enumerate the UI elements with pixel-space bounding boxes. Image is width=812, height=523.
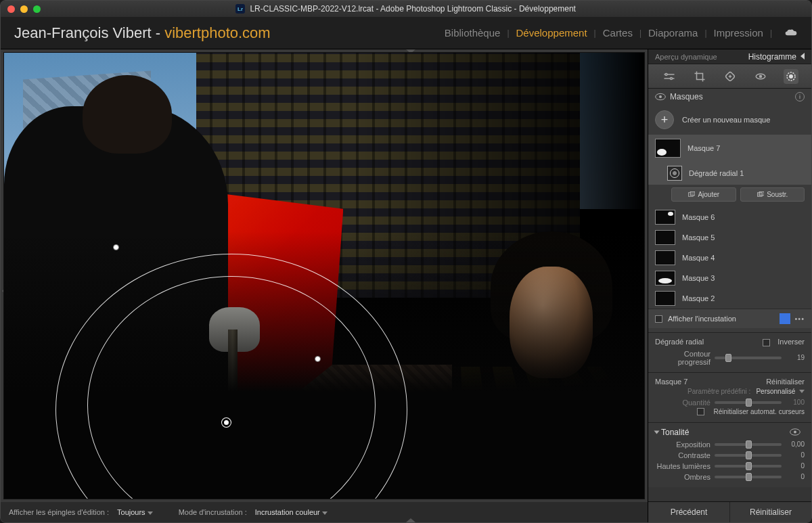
chevron-down-icon (148, 511, 153, 515)
mask-subtract-button[interactable]: Soustr. (740, 187, 805, 202)
tonality-section: Tonalité Exposition 0,00 Contraste 0 Hau… (648, 422, 811, 487)
create-mask-label: Créer un nouveau masque (682, 116, 770, 124)
contrast-slider[interactable] (715, 454, 782, 457)
cloud-sync-icon[interactable] (784, 28, 798, 38)
overlay-menu-icon[interactable]: ••• (794, 315, 805, 323)
brand-site: vibertphoto.com (164, 24, 271, 41)
masks-title: Masques (670, 92, 703, 101)
info-icon[interactable]: i (795, 92, 805, 101)
histogram-header[interactable]: Aperçu dynamique Histogramme (648, 49, 811, 64)
mask-item[interactable]: Masque 2 (648, 288, 811, 309)
overlay-mode-dropdown[interactable]: Incrustation couleur (251, 507, 332, 518)
highlights-value[interactable]: 0 (786, 462, 805, 470)
tonality-title: Tonalité (661, 428, 689, 437)
redeye-tool-icon[interactable] (753, 69, 768, 84)
masking-tool-icon[interactable] (784, 69, 798, 84)
chevron-down-icon (322, 511, 328, 515)
mask-thumb (655, 230, 675, 245)
mask-item[interactable]: Masque 4 (648, 248, 811, 268)
mask-item[interactable]: Masque 6 (648, 207, 811, 227)
shadows-value[interactable]: 0 (786, 473, 805, 480)
mask-item-selected[interactable]: Masque 7 (648, 135, 811, 162)
invert-checkbox[interactable] (763, 339, 770, 346)
svg-rect-17 (758, 193, 763, 197)
window-title-text: LR-CLASSIC-MBP-2022-V12.lrcat - Adobe Ph… (250, 4, 576, 14)
mask-thumb (655, 271, 675, 286)
mask-item[interactable]: Masque 5 (648, 227, 811, 248)
overlay-color-swatch[interactable] (780, 313, 790, 324)
overlay-checkbox[interactable] (655, 315, 662, 323)
window-title: Lr LR-CLASSIC-MBP-2022-V12.lrcat - Adobe… (41, 4, 771, 14)
amount-label: Quantité (655, 399, 710, 407)
exposure-value[interactable]: 0,00 (786, 440, 805, 448)
highlights-label: Hautes lumières (655, 462, 710, 470)
svg-point-3 (670, 77, 672, 79)
shadows-label: Ombres (655, 473, 710, 481)
previous-button[interactable]: Précédent (648, 502, 730, 522)
identity-plate: Jean-François Vibert - vibertphoto.com (14, 24, 271, 42)
mask-component-radial[interactable]: Dégradé radial 1 (648, 162, 811, 185)
tool-strip (648, 64, 811, 89)
eye-icon[interactable] (790, 428, 800, 436)
svg-point-14 (659, 95, 662, 98)
minimize-window-button[interactable] (20, 5, 28, 13)
mask-item[interactable]: Masque 3 (648, 268, 811, 288)
feather-value[interactable]: 19 (786, 354, 805, 361)
exposure-slider[interactable] (715, 443, 782, 446)
edit-pins-dropdown[interactable]: Toujours (113, 507, 157, 518)
contrast-label: Contraste (655, 451, 710, 459)
healing-tool-icon[interactable] (723, 69, 738, 84)
lightroom-icon: Lr (235, 4, 245, 14)
shadows-slider[interactable] (715, 476, 782, 478)
crop-tool-icon[interactable] (692, 69, 707, 84)
window-controls (7, 5, 41, 13)
close-window-button[interactable] (7, 5, 15, 13)
panel-footer: Précédent Réinitialiser (648, 501, 811, 522)
radial-handle-right[interactable] (315, 356, 321, 362)
contrast-value[interactable]: 0 (786, 451, 805, 459)
preset-dropdown[interactable]: Personnalisé (756, 388, 805, 395)
subtract-icon (757, 191, 764, 198)
module-library[interactable]: Bibliothèque (445, 27, 501, 39)
reset-button[interactable]: Réinitialiser (730, 502, 811, 522)
mask-reset-link[interactable]: Réinitialiser (766, 378, 805, 386)
plus-icon: + (655, 110, 674, 129)
highlights-slider[interactable] (715, 465, 782, 468)
collapse-icon (800, 53, 805, 60)
module-slideshow[interactable]: Diaporama (648, 27, 698, 39)
overlay-toggle-row: Afficher l'incrustation ••• (648, 309, 811, 328)
module-print[interactable]: Impression (714, 27, 763, 39)
mask-add-button[interactable]: Ajouter (671, 187, 736, 202)
mask-name: Masque 7 (687, 144, 720, 152)
mask-component-name: Dégradé radial 1 (689, 169, 744, 177)
mask-thumb (655, 139, 681, 158)
gradient-title: Dégradé radial (655, 338, 704, 346)
filmstrip-toggle[interactable] (406, 518, 415, 522)
titlebar: Lr LR-CLASSIC-MBP-2022-V12.lrcat - Adobe… (1, 1, 811, 17)
mask-settings-section: Masque 7 Réinitialiser Paramètre prédéfi… (648, 372, 811, 422)
amount-slider[interactable] (715, 401, 782, 404)
mask-thumb (655, 291, 675, 306)
eye-icon[interactable] (655, 93, 666, 101)
edit-pins-label: Afficher les épingles d'édition : (9, 508, 109, 516)
mask-thumb (655, 250, 675, 265)
feather-label: Contour progressif (655, 350, 710, 366)
radial-center-pin[interactable] (222, 418, 231, 427)
dynamic-preview-label: Aperçu dynamique (655, 53, 717, 61)
fullscreen-window-button[interactable] (33, 5, 41, 13)
svg-point-10 (759, 75, 761, 77)
chevron-down-icon (799, 390, 805, 393)
module-map[interactable]: Cartes (603, 27, 633, 39)
edit-tool-icon[interactable] (662, 69, 677, 84)
amount-value: 100 (786, 399, 805, 406)
auto-reset-checkbox[interactable] (697, 408, 704, 415)
develop-toolbar: Afficher les épingles d'édition : Toujou… (1, 502, 648, 522)
module-picker: Bibliothèque | Développement | Cartes | … (445, 27, 798, 39)
image-preview[interactable] (3, 52, 645, 499)
radial-gradient-icon (667, 166, 682, 181)
feather-slider[interactable] (715, 357, 782, 359)
disclosure-triangle-icon[interactable] (654, 430, 660, 434)
create-mask-button[interactable]: + Créer un nouveau masque (648, 105, 811, 135)
masks-panel: Masques i + Créer un nouveau masque Masq… (648, 89, 811, 332)
module-develop[interactable]: Développement (516, 27, 587, 39)
